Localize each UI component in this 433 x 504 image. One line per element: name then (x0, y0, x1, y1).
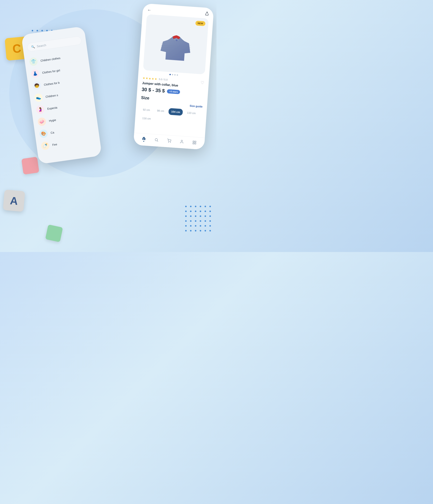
back-button[interactable]: ← (147, 8, 152, 12)
product-info: ★★★★★ 5.0 / 5.0 ♡ Jumper with collar, bl… (134, 73, 209, 138)
svg-rect-24 (193, 143, 194, 144)
star-rating: ★★★★★ (142, 76, 157, 81)
nav-profile[interactable] (180, 139, 184, 144)
search-icon: 🔍 (31, 45, 35, 49)
category-icon-6: 🧼 (37, 117, 47, 126)
category-name-5: Expecta (47, 106, 57, 110)
search-bar[interactable]: 🔍 Search (27, 36, 82, 52)
category-icon-4: 👟 (34, 93, 43, 102)
toy-block-green (45, 225, 63, 242)
front-phone-content: ← NEW (133, 3, 214, 150)
category-name-6: Hygie (49, 118, 56, 122)
category-name-4: Children s (45, 93, 58, 98)
svg-rect-22 (193, 141, 194, 142)
price-max: 35 $ (155, 87, 165, 93)
category-icon-2: 👗 (31, 69, 40, 78)
price-range: 30 $ - 35 $ (141, 86, 165, 94)
size-104[interactable]: 104 cm (168, 108, 183, 116)
category-icon-7: 🎨 (39, 129, 48, 138)
new-badge: NEW (195, 20, 206, 26)
product-image (156, 25, 196, 64)
nav-home-dot (143, 141, 144, 142)
wishlist-button[interactable]: ♡ (200, 80, 204, 85)
size-92[interactable]: 92 cm (140, 106, 153, 114)
category-name-3: Clothes for b (44, 81, 60, 86)
svg-point-20 (170, 142, 171, 143)
category-icon-5: 🤰 (36, 105, 45, 114)
share-button[interactable] (205, 11, 209, 17)
phone-front: ← NEW (133, 3, 214, 150)
size-guide-link[interactable]: Size guide (190, 104, 203, 108)
category-icon-8: 🍼 (41, 141, 50, 151)
stars-badge: +3 stars (167, 89, 180, 94)
svg-rect-23 (195, 141, 196, 143)
block-a-letter: A (9, 194, 18, 207)
block-c-letter: C (12, 41, 22, 56)
size-98[interactable]: 98 cm (154, 107, 167, 115)
svg-line-0 (207, 12, 207, 14)
nav-grid[interactable] (192, 140, 197, 145)
rating-value: 5.0 / 5.0 (159, 78, 168, 81)
nav-home[interactable] (141, 136, 146, 142)
search-input[interactable]: Search (36, 43, 46, 48)
svg-point-19 (168, 142, 169, 143)
nav-cart[interactable] (167, 138, 171, 143)
category-name-8: Fee (52, 143, 57, 146)
size-110[interactable]: 110 cm (184, 109, 199, 117)
category-icon-1: 👕 (29, 57, 38, 66)
svg-line-18 (157, 141, 158, 142)
price-min: 30 $ (141, 86, 151, 93)
category-name-7: Ca (50, 131, 54, 135)
category-name-2: Clothes for girl (42, 69, 60, 74)
toy-block-pink (21, 157, 39, 175)
toy-block-a: A (3, 189, 25, 212)
dots-pattern-right (185, 206, 213, 233)
product-image-area: NEW (143, 14, 209, 74)
size-116[interactable]: 116 cm (139, 115, 154, 122)
svg-rect-25 (195, 143, 196, 144)
category-icon-3: 🧒 (32, 81, 42, 90)
category-name-1: Children clothes (40, 56, 61, 62)
nav-search[interactable] (154, 138, 158, 142)
size-options: 92 cm 98 cm 104 cm 110 cm 116 cm (139, 106, 202, 126)
svg-point-21 (181, 140, 182, 142)
